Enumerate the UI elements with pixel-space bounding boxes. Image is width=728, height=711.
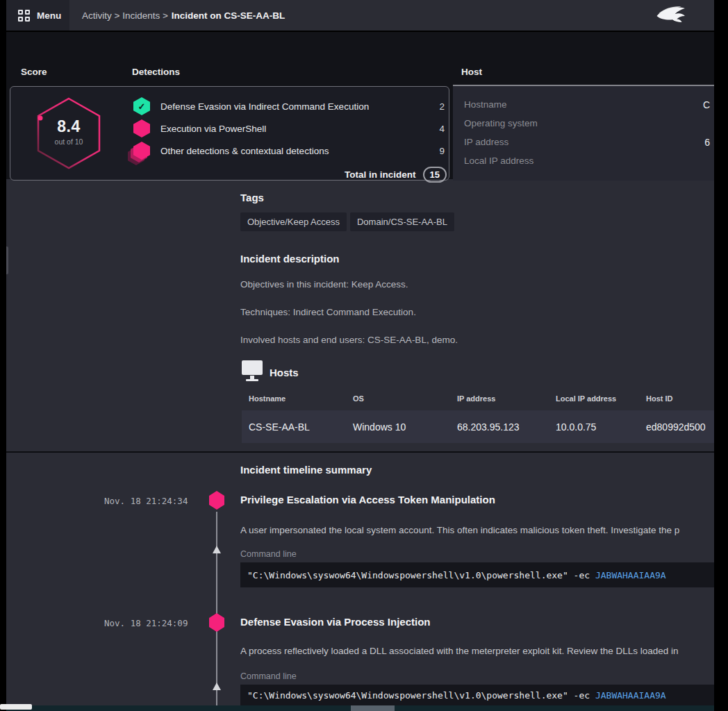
host-panel: Hostname C Operating system IP address 6… (453, 85, 714, 181)
host-row-value: 6 (704, 137, 710, 148)
command-line-label: Command line (240, 671, 297, 681)
event-timestamp: Nov. 18 21:24:09 (104, 618, 188, 628)
detections-column-header: Detections (132, 67, 180, 77)
cell-os: Windows 10 (353, 421, 457, 433)
column-header[interactable]: Local IP address (556, 394, 646, 403)
detection-row[interactable]: Execution via PowerShell 4 (133, 117, 447, 140)
tactic-link[interactable]: Privilege Escalation (240, 494, 339, 505)
technique-link[interactable]: Process Injection (344, 616, 430, 628)
tags-heading: Tags (240, 192, 264, 203)
score-caption: out of 10 (35, 137, 102, 146)
menu-label: Menu (37, 10, 61, 21)
top-bar: Menu Activity > Incidents > Incident on … (6, 0, 714, 31)
host-row-ip: IP address 6 (453, 133, 714, 151)
detections-list: ✓ Defense Evasion via Indirect Command E… (133, 95, 447, 187)
score-text: 8.4 out of 10 (35, 117, 102, 146)
host-row-hostname: Hostname C (453, 95, 714, 114)
stacked-hexagons-icon (133, 141, 151, 160)
encoded-command-text: JABWAHAAIAA9A (595, 690, 666, 701)
total-count-badge: 15 (423, 167, 447, 183)
technique-link[interactable]: Access Token Manipulation (358, 494, 495, 505)
command-text: "C:\Windows\syswow64\Windowspowershell\v… (247, 690, 666, 701)
score-value: 8.4 (35, 117, 102, 136)
description-paragraph: Techniques: Indirect Command Execution. (240, 307, 714, 317)
column-header[interactable]: Host ID (646, 394, 714, 403)
horizontal-scrollbar-thumb[interactable] (351, 705, 395, 711)
menu-grid-icon (18, 10, 30, 22)
tag-chip[interactable]: Objective/Keep Access (240, 212, 347, 231)
monitor-icon (240, 358, 264, 383)
command-line-label: Command line (240, 549, 297, 559)
timeline-heading: Incident timeline summary (240, 464, 372, 476)
detection-row[interactable]: ✓ Defense Evasion via Indirect Command E… (133, 95, 447, 117)
detection-count: 4 (439, 124, 447, 134)
cell-host-id: ed80992d500 (646, 421, 714, 433)
timeline-arrow-up-icon (213, 683, 221, 690)
event-hexagon-marker[interactable] (209, 491, 224, 510)
menu-button[interactable]: Menu (6, 0, 69, 31)
horizontal-scrollbar-thumb-left[interactable] (0, 704, 32, 710)
event-description: A user impersonated the local system acc… (240, 525, 714, 535)
tag-chip[interactable]: Domain/CS-SE-AA-BL (350, 212, 454, 231)
score-detections-panel: 8.4 out of 10 ✓ Defense Evasion via Indi… (10, 86, 449, 181)
timeline-arrow-up-icon (213, 546, 221, 553)
detection-row[interactable]: Other detections & contextual detections… (133, 140, 447, 162)
command-text: "C:\Windows\syswow64\Windowspowershell\v… (247, 570, 666, 580)
cell-ip: 68.203.95.123 (457, 421, 556, 433)
detection-label: Other detections & contextual detections (160, 146, 439, 156)
host-row-label: IP address (464, 137, 508, 147)
section-divider (6, 451, 714, 453)
screen: Menu Activity > Incidents > Incident on … (0, 0, 728, 711)
host-row-label: Operating system (464, 118, 538, 128)
breadcrumb[interactable]: Activity > Incidents > Incident on CS-SE… (82, 0, 285, 31)
host-row-value: C (703, 99, 710, 110)
event-title: Privilege Escalation via Access Token Ma… (240, 494, 714, 505)
cell-local-ip: 10.0.0.75 (556, 421, 646, 433)
hosts-heading: Hosts (270, 367, 299, 378)
score-hexagon: 8.4 out of 10 (35, 97, 102, 170)
via-text: via (342, 494, 356, 505)
host-row-label: Hostname (464, 99, 507, 110)
crowdstrike-falcon-logo (652, 3, 693, 28)
tactic-link[interactable]: Defense Evasion (240, 616, 324, 628)
detection-count: 2 (439, 101, 447, 112)
column-header[interactable]: IP address (457, 394, 556, 403)
collapsed-drawer-handle[interactable] (6, 246, 8, 274)
event-title: Defense Evasion via Process Injection (240, 616, 714, 628)
via-text: via (326, 616, 341, 628)
host-row-label: Local IP address (464, 156, 533, 166)
host-row-os: Operating system (453, 114, 714, 133)
breadcrumb-current: Incident on CS-SE-AA-BL (172, 10, 286, 21)
description-paragraph: Objectives in this incident: Keep Access… (240, 279, 714, 290)
incident-description-heading: Incident description (240, 253, 340, 265)
command-line-block[interactable]: "C:\Windows\syswow64\Windowspowershell\v… (240, 562, 714, 587)
total-label: Total in incident (345, 169, 416, 180)
breadcrumb-path[interactable]: Activity > Incidents > (82, 10, 168, 21)
cell-hostname: CS-SE-AA-BL (249, 421, 353, 433)
event-description: A process reflectively loaded a DLL asso… (240, 646, 714, 656)
event-hexagon-marker[interactable] (209, 613, 224, 632)
host-column-header: Host (461, 67, 482, 77)
summary-band: Score Detections Host (6, 31, 714, 179)
detection-hexagon-icon (133, 119, 151, 138)
detection-count: 9 (439, 146, 447, 156)
hosts-table-header: Hostname OS IP address Local IP address … (249, 394, 714, 403)
description-paragraph: Involved hosts and end users: CS-SE-AA-B… (240, 335, 714, 345)
command-line-block[interactable]: "C:\Windows\syswow64\Windowspowershell\v… (240, 685, 714, 705)
resolved-hexagon-check-icon: ✓ (133, 97, 151, 116)
detection-label: Execution via PowerShell (160, 124, 439, 134)
encoded-command-text: JABWAHAAIAA9A (595, 570, 666, 580)
incident-page: Menu Activity > Incidents > Incident on … (6, 0, 714, 705)
host-row-local-ip: Local IP address (453, 151, 714, 170)
score-column-header: Score (21, 67, 47, 77)
tag-list: Objective/Keep Access Domain/CS-SE-AA-BL (240, 212, 454, 231)
total-in-incident-row: Total in incident 15 (133, 162, 447, 187)
timeline-line (216, 512, 217, 705)
detection-label: Defense Evasion via Indirect Command Exe… (160, 101, 439, 112)
column-header[interactable]: OS (353, 394, 457, 403)
event-timestamp: Nov. 18 21:24:34 (104, 496, 188, 506)
column-header[interactable]: Hostname (249, 394, 353, 403)
hosts-table-row[interactable]: CS-SE-AA-BL Windows 10 68.203.95.123 10.… (242, 410, 714, 443)
